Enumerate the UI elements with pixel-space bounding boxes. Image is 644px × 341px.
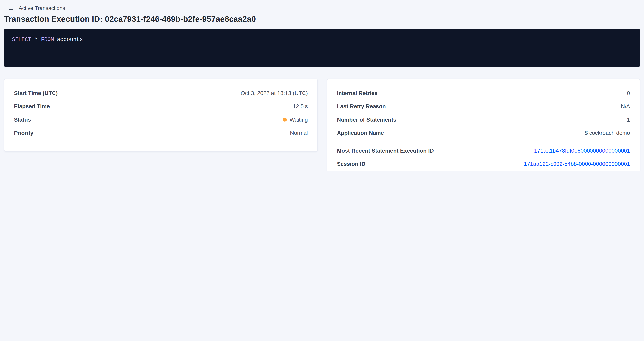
summary-row-statement-execution-id: Most Recent Statement Execution ID 171aa… [337,144,630,157]
row-label: Start Time (UTC) [14,90,58,97]
summary-row-elapsed-time: Elapsed Time 12.5 s [14,100,308,113]
row-value: Normal [290,130,308,136]
status-badge: Waiting [283,116,308,123]
summary-row-number-of-statements: Number of Statements 1 [337,113,630,126]
status-waiting-dot-icon [283,118,287,122]
sql-keyword: FROM [41,36,54,42]
summary-row-priority: Priority Normal [14,126,308,140]
summary-card-right: Internal Retries 0 Last Retry Reason N/A… [327,78,640,170]
status-text: Waiting [290,116,308,123]
row-label: Elapsed Time [14,103,50,110]
card-divider [337,143,630,143]
summary-row-internal-retries: Internal Retries 0 [337,86,630,100]
session-id-link[interactable]: 171aa122-c092-54b8-0000-000000000001 [524,161,630,168]
sql-token: accounts [57,36,83,42]
sql-statement-box: SELECT * FROM accounts [4,29,640,67]
row-label: Most Recent Statement Execution ID [337,147,434,154]
row-value: Oct 3, 2022 at 18:13 (UTC) [241,90,308,97]
row-value: 12.5 s [293,103,308,110]
summary-row-start-time: Start Time (UTC) Oct 3, 2022 at 18:13 (U… [14,86,308,100]
summary-row-last-retry-reason: Last Retry Reason N/A [337,100,630,113]
row-label: Application Name [337,130,384,136]
arrow-left-icon: ← [8,5,14,12]
summary-cards-row: Start Time (UTC) Oct 3, 2022 at 18:13 (U… [4,78,640,170]
summary-row-status: Status Waiting [14,113,308,126]
row-label: Internal Retries [337,90,378,97]
summary-row-application-name: Application Name $ cockroach demo [337,126,630,140]
summary-row-session-id: Session ID 171aa122-c092-54b8-0000-00000… [337,157,630,170]
sql-token: * [34,36,38,42]
sql-keyword: SELECT [12,36,31,42]
back-link[interactable]: ← Active Transactions [0,0,644,12]
row-value: 1 [627,116,630,123]
summary-card-left: Start Time (UTC) Oct 3, 2022 at 18:13 (U… [4,78,318,152]
row-label: Last Retry Reason [337,103,386,110]
statement-execution-id-link[interactable]: 171aa1b478fdf0e80000000000000001 [534,147,630,154]
row-label: Priority [14,130,34,136]
page-title: Transaction Execution ID: 02ca7931-f246-… [4,14,640,24]
row-value: N/A [621,103,630,110]
row-value: 0 [627,90,630,97]
row-label: Status [14,116,31,123]
back-link-label[interactable]: Active Transactions [19,5,65,12]
transaction-details-page: ← Active Transactions Transaction Execut… [0,0,644,170]
row-value: $ cockroach demo [584,130,630,136]
row-label: Session ID [337,161,365,168]
row-label: Number of Statements [337,116,396,123]
